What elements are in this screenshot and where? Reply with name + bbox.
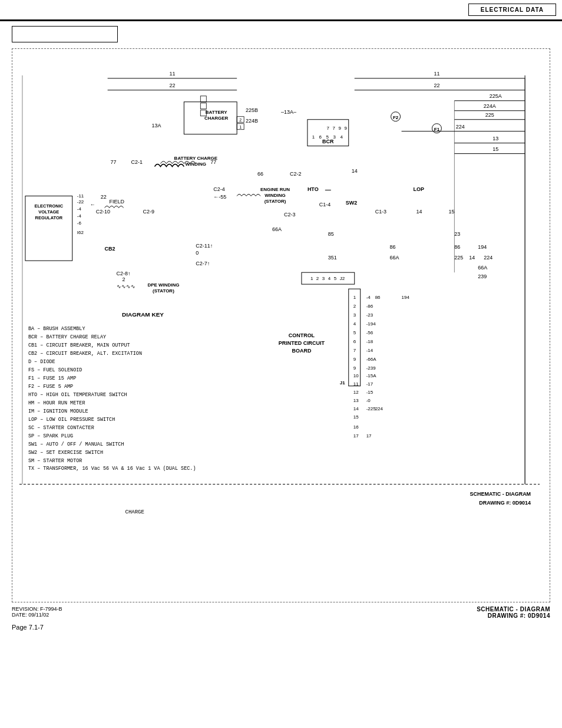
svg-rect-18 (200, 103, 206, 109)
svg-text:66: 66 (257, 171, 263, 177)
svg-text:VOLTAGE: VOLTAGE (38, 209, 59, 215)
svg-text:86: 86 (375, 295, 381, 300)
svg-text:225: 225 (454, 255, 463, 261)
svg-text:14: 14 (352, 168, 358, 174)
svg-text:11: 11 (169, 71, 175, 77)
svg-text:5: 5 (353, 330, 356, 335)
electrical-data-label: ELECTRICAL DATA (468, 4, 556, 16)
svg-text:F1: F1 (434, 127, 440, 132)
svg-text:66A: 66A (390, 255, 399, 261)
svg-text:16: 16 (353, 424, 359, 430)
svg-text:I62: I62 (77, 230, 84, 235)
svg-text:225A: 225A (490, 93, 502, 99)
svg-text:-22: -22 (77, 199, 84, 205)
svg-text:239: 239 (478, 274, 487, 279)
svg-text:9: 9 (353, 357, 356, 362)
svg-text:D   – DIODE: D – DIODE (28, 359, 55, 365)
svg-text:C2-9: C2-9 (143, 209, 154, 215)
svg-text:194: 194 (402, 295, 410, 300)
svg-text:2: 2 (239, 118, 242, 122)
svg-text:23: 23 (454, 231, 460, 237)
svg-text:9: 9 (353, 365, 356, 371)
svg-text:LOP – LOW OIL PRESSURE SWITCH: LOP – LOW OIL PRESSURE SWITCH (28, 417, 115, 423)
svg-text:J2: J2 (340, 276, 345, 281)
svg-text:C2-3: C2-3 (284, 212, 295, 218)
svg-text:SW1 – AUTO / OFF / MANUAL SWIT: SW1 – AUTO / OFF / MANUAL SWITCH (28, 442, 124, 447)
svg-text:SW2: SW2 (346, 200, 357, 206)
schematic-svg: 11 11 22 22 225A 224A 225 224 BATTERY CH… (12, 49, 550, 602)
svg-text:6: 6 (353, 339, 356, 344)
svg-text:←-55: ←-55 (213, 194, 226, 200)
svg-text:∿∿∿∿: ∿∿∿∿ (117, 284, 135, 289)
svg-text:CONTROL: CONTROL (289, 332, 315, 338)
svg-text:C2-11↑: C2-11↑ (196, 243, 213, 249)
svg-text:2: 2 (353, 304, 356, 309)
svg-text:224B: 224B (246, 118, 258, 124)
svg-text:1: 1 (310, 276, 313, 281)
svg-text:22: 22 (434, 83, 439, 88)
title-box (12, 26, 118, 42)
svg-text:C2-1: C2-1 (131, 159, 143, 165)
svg-text:-18: -18 (366, 339, 373, 344)
header: ELECTRICAL DATA (0, 0, 562, 21)
svg-text:-14: -14 (366, 348, 373, 353)
svg-text:CB1 – CIRCUIT BREAKER, MAIN OU: CB1 – CIRCUIT BREAKER, MAIN OUTPUT (28, 342, 130, 348)
svg-text:SW2 – SET EXERCISE SWITCH: SW2 – SET EXERCISE SWITCH (28, 450, 103, 456)
svg-text:351: 351 (328, 255, 337, 261)
svg-text:86: 86 (390, 244, 396, 250)
svg-text:12: 12 (353, 390, 359, 395)
svg-text:5: 5 (334, 276, 337, 281)
svg-text:66A: 66A (272, 226, 282, 232)
page-number: Page 7.1-7 (12, 624, 550, 631)
svg-text:CB2 – CIRCUIT BREAKER, ALT. EX: CB2 – CIRCUIT BREAKER, ALT. EXCITATION (28, 351, 142, 357)
svg-text:2: 2 (123, 276, 125, 282)
svg-text:-6: -6 (77, 220, 82, 226)
svg-text:86: 86 (454, 244, 460, 250)
svg-text:15: 15 (353, 414, 359, 420)
svg-text:PRINTED CIRCUIT: PRINTED CIRCUIT (279, 340, 325, 346)
svg-text:FS  – FUEL SOLENOID: FS – FUEL SOLENOID (28, 367, 82, 373)
svg-text:224: 224 (456, 124, 465, 130)
svg-text:(STATOR): (STATOR) (153, 288, 174, 294)
svg-text:C2-10: C2-10 (96, 209, 110, 215)
svg-text:4: 4 (340, 134, 343, 140)
svg-text:15: 15 (492, 146, 498, 152)
svg-text:9: 9 (345, 126, 348, 131)
date-label: DATE: 09/11/02 (12, 612, 62, 618)
svg-text:BCR – BATTERY CHARGE RELAY: BCR – BATTERY CHARGE RELAY (28, 334, 106, 340)
drawing-label: DRAWING #: 0D9014 (477, 612, 550, 619)
svg-text:CB2: CB2 (105, 246, 115, 252)
svg-text:1: 1 (239, 125, 242, 129)
svg-text:BCR: BCR (322, 139, 334, 144)
svg-text:WINDING: WINDING (186, 162, 206, 167)
svg-text:194: 194 (478, 244, 487, 250)
svg-text:-4: -4 (77, 213, 82, 219)
svg-text:22: 22 (101, 194, 107, 200)
svg-text:DPE WINDING: DPE WINDING (147, 282, 179, 288)
svg-text:LOP: LOP (414, 186, 424, 192)
svg-text:(STATOR): (STATOR) (265, 199, 286, 204)
svg-text:CHARGE: CHARGE (125, 509, 144, 515)
svg-text:-15A: -15A (366, 373, 377, 378)
svg-text:9: 9 (339, 126, 342, 131)
svg-text:7: 7 (333, 126, 336, 131)
svg-text:SM  – STARTER MOTOR: SM – STARTER MOTOR (28, 458, 82, 464)
svg-text:14: 14 (353, 406, 359, 411)
svg-text:C2-2: C2-2 (290, 171, 301, 177)
schematic-label: SCHEMATIC - DIAGRAM (477, 606, 550, 612)
svg-text:DIAGRAM  KEY: DIAGRAM KEY (122, 311, 164, 318)
svg-text:SCHEMATIC - DIAGRAM: SCHEMATIC - DIAGRAM (470, 491, 531, 497)
footer-left: REVISION: F-7994-B DATE: 09/11/02 (12, 606, 62, 618)
svg-text:224: 224 (375, 406, 384, 411)
svg-text:10: 10 (353, 373, 359, 378)
svg-text:ELECTRONIC: ELECTRONIC (35, 203, 64, 209)
svg-text:BATTERY CHARGE: BATTERY CHARGE (174, 156, 217, 161)
svg-text:4: 4 (353, 321, 356, 327)
footer: REVISION: F-7994-B DATE: 09/11/02 SCHEMA… (12, 606, 550, 619)
svg-text:1: 1 (312, 134, 315, 140)
revision-label: REVISION: F-7994-B (12, 606, 62, 612)
svg-text:1: 1 (353, 295, 356, 300)
svg-text:-0: -0 (366, 398, 371, 403)
svg-text:-23: -23 (366, 312, 373, 318)
svg-text:C2-7↑: C2-7↑ (196, 261, 210, 266)
